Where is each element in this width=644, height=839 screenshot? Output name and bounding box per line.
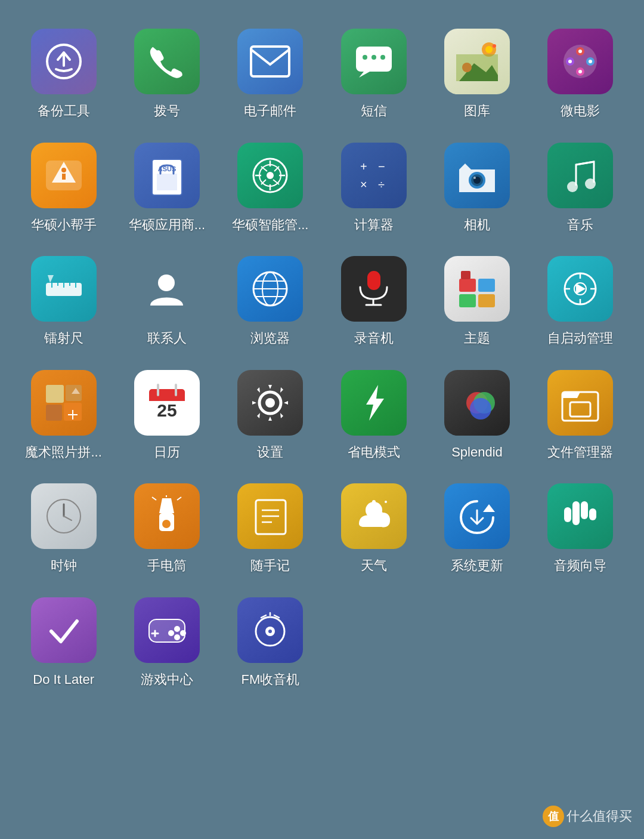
app-item-email[interactable]: 电子邮件 (219, 18, 322, 126)
svg-rect-98 (581, 501, 588, 519)
app-item-browser[interactable]: 浏览器 (219, 245, 322, 353)
app-item-theme[interactable]: 主题 (425, 245, 528, 353)
app-icon-weather (341, 483, 407, 549)
app-label-sysupdate: 系统更新 (451, 557, 503, 575)
app-icon-camera (444, 143, 510, 208)
app-item-asus-manager[interactable]: 华硕智能管... (219, 132, 322, 240)
app-label-phone: 拨号 (154, 103, 180, 120)
svg-point-7 (485, 46, 493, 53)
svg-text:+: + (360, 160, 367, 173)
app-label-email: 电子邮件 (244, 103, 296, 120)
svg-point-13 (578, 50, 582, 53)
app-item-movie[interactable]: 微电影 (529, 18, 632, 126)
app-icon-theme (444, 256, 510, 322)
app-label-calendar: 日历 (154, 444, 180, 461)
app-label-browser: 浏览器 (250, 330, 290, 347)
svg-rect-100 (589, 508, 596, 520)
app-label-sms: 短信 (361, 103, 387, 120)
svg-point-103 (180, 630, 186, 636)
svg-text:÷: ÷ (378, 178, 385, 191)
svg-point-17 (589, 60, 592, 63)
app-item-memo[interactable]: 随手记 (219, 473, 322, 581)
app-item-gallery[interactable]: 图库 (425, 18, 528, 126)
svg-point-10 (462, 63, 472, 72)
app-item-music[interactable]: 音乐 (529, 132, 632, 240)
app-item-backup[interactable]: 备份工具 (12, 18, 115, 126)
app-item-settings[interactable]: 设置 (219, 359, 322, 467)
app-icon-splendid (444, 370, 510, 436)
app-item-photocollage[interactable]: 魔术照片拼... (12, 359, 115, 467)
app-label-photocollage: 魔术照片拼... (25, 444, 101, 461)
svg-rect-55 (459, 279, 476, 292)
svg-line-87 (177, 497, 181, 500)
app-label-autostart: 自启动管理 (547, 330, 613, 347)
app-label-gallery: 图库 (464, 103, 490, 120)
svg-rect-58 (478, 294, 495, 307)
app-label-splendid: Splendid (451, 444, 503, 461)
svg-point-85 (162, 520, 171, 528)
app-item-contacts[interactable]: 联系人 (115, 245, 218, 353)
app-item-audioguide[interactable]: 音频向导 (529, 473, 632, 581)
app-item-calendar[interactable]: 25 日历 (115, 359, 218, 467)
app-item-sysupdate[interactable]: 系统更新 (425, 473, 528, 581)
svg-rect-52 (367, 271, 380, 290)
app-item-filemanager[interactable]: 文件管理器 (529, 359, 632, 467)
app-label-music: 音乐 (567, 217, 593, 234)
app-icon-memo (237, 483, 303, 549)
watermark-text: 什么值得买 (566, 807, 632, 825)
svg-text:25: 25 (157, 400, 177, 420)
app-icon-backup (31, 29, 97, 94)
app-label-theme: 主题 (464, 330, 490, 347)
app-label-asus-help: 华硕小帮手 (31, 217, 97, 234)
app-icon-sysupdate (444, 483, 510, 549)
app-item-asus-store[interactable]: ASUS 华硕应用商... (115, 132, 218, 240)
app-item-recorder[interactable]: 录音机 (322, 245, 425, 353)
svg-rect-59 (461, 271, 470, 279)
app-item-doitlater[interactable]: Do It Later (12, 587, 115, 695)
app-item-calc[interactable]: + − × ÷ 计算器 (322, 132, 425, 240)
svg-rect-89 (256, 500, 286, 534)
app-label-audioguide: 音频向导 (554, 557, 606, 575)
app-item-clock[interactable]: 时钟 (12, 473, 115, 581)
app-item-fmradio[interactable]: FM收音机 (219, 587, 322, 695)
app-item-asus-help[interactable]: 华硕小帮手 (12, 132, 115, 240)
app-label-weather: 天气 (361, 557, 387, 575)
app-label-asus-store: 华硕应用商... (129, 217, 205, 234)
app-item-weather[interactable]: 天气 (322, 473, 425, 581)
app-label-camera: 相机 (464, 217, 490, 234)
app-label-contacts: 联系人 (147, 330, 187, 347)
svg-point-38 (585, 178, 596, 189)
app-icon-filemanager (547, 370, 613, 436)
app-icon-asus-store: ASUS (134, 143, 200, 208)
app-label-flashlight: 手电筒 (147, 557, 187, 575)
app-item-sms[interactable]: 短信 (322, 18, 425, 126)
app-item-camera[interactable]: 相机 (425, 132, 528, 240)
svg-point-104 (168, 630, 174, 636)
svg-point-78 (470, 398, 491, 419)
svg-rect-56 (478, 279, 495, 292)
app-item-splendid[interactable]: Splendid (425, 359, 528, 467)
svg-rect-1 (251, 47, 289, 76)
app-icon-calendar: 25 (134, 370, 200, 436)
app-item-autostart[interactable]: 自启动管理 (529, 245, 632, 353)
app-label-doitlater: Do It Later (33, 671, 94, 689)
svg-rect-80 (570, 402, 590, 417)
app-label-movie: 微电影 (561, 103, 600, 120)
app-item-flashlight[interactable]: 手电筒 (115, 473, 218, 581)
app-icon-autostart (547, 256, 613, 322)
app-item-ruler[interactable]: 镭射尺 (12, 245, 115, 353)
watermark: 值 什么值得买 (543, 806, 632, 827)
svg-text:×: × (360, 178, 367, 191)
app-item-phone[interactable]: 拨号 (115, 18, 218, 126)
app-item-gamecenter[interactable]: 游戏中心 (115, 587, 218, 695)
svg-rect-64 (46, 405, 62, 421)
app-label-recorder: 录音机 (354, 330, 394, 347)
svg-point-37 (567, 181, 578, 192)
app-label-filemanager: 文件管理器 (547, 444, 613, 461)
app-icon-phone (134, 29, 200, 94)
app-label-clock: 时钟 (51, 557, 77, 575)
svg-marker-96 (483, 504, 495, 512)
app-icon-ruler (31, 256, 97, 322)
app-item-powersave[interactable]: 省电模式 (322, 359, 425, 467)
app-icon-audioguide (547, 483, 613, 549)
